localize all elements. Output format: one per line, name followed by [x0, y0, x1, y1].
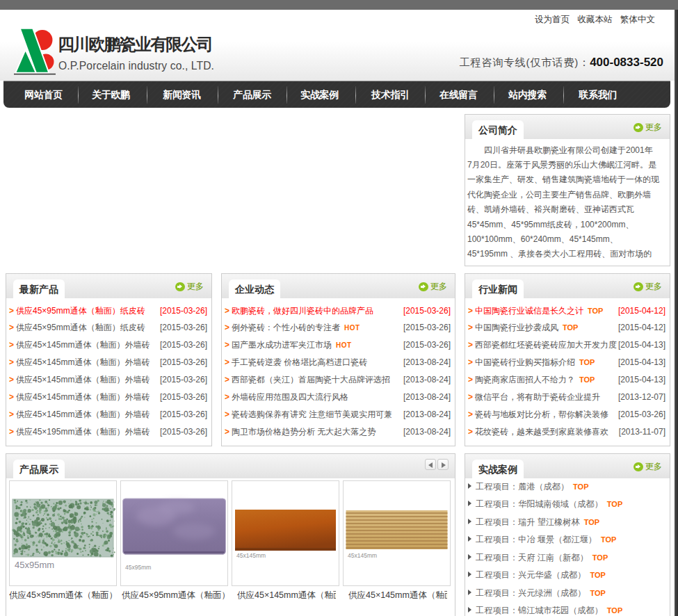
svg-text:45x145mm: 45x145mm	[236, 552, 266, 559]
svg-text:45x145mm: 45x145mm	[348, 552, 377, 559]
svg-text:45x95mm: 45x95mm	[15, 560, 54, 570]
svg-text:45x95mm: 45x95mm	[125, 564, 151, 571]
